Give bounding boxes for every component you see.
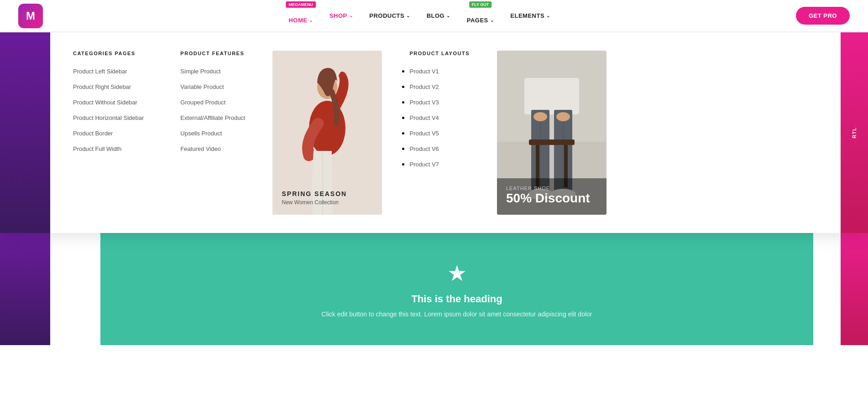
bottom-right-sidebar: [841, 233, 868, 345]
category-link-6[interactable]: Product Full Width: [73, 145, 121, 152]
star-icon: ★: [447, 260, 467, 286]
svg-point-17: [556, 112, 570, 121]
feature-link-5[interactable]: Upsells Product: [180, 130, 222, 137]
logo[interactable]: M: [18, 4, 43, 28]
svg-rect-15: [529, 140, 575, 145]
layouts-column: PRODUCT LAYOUTS Product V1 Product V2 Pr…: [391, 51, 488, 215]
list-item: Product V4: [409, 114, 470, 122]
nav-link-blog[interactable]: BLOG ⌄: [427, 12, 450, 19]
layout-link-2[interactable]: Product V2: [409, 83, 439, 90]
category-link-5[interactable]: Product Border: [73, 130, 113, 137]
nav-item-pages: FLY OUT PAGES ⌄: [467, 8, 494, 24]
list-item: Product Without Sidebar: [73, 98, 144, 106]
list-item: Product V5: [409, 129, 470, 137]
chevron-icon: ⌄: [406, 13, 410, 18]
bottom-heading: This is the heading: [411, 293, 502, 305]
chevron-icon: ⌄: [546, 13, 550, 18]
navbar: M MEGAMENU HOME ⌄ SHOP ⌄ PRODUCTS ⌄ BLOG: [0, 0, 868, 32]
category-link-3[interactable]: Product Without Sidebar: [73, 99, 137, 106]
logo-letter: M: [26, 10, 35, 22]
nav-item-blog: BLOG ⌄: [427, 12, 450, 19]
feature-link-3[interactable]: Grouped Product: [180, 99, 225, 106]
right-promo-label: LEATHER SHOE: [506, 186, 597, 191]
feature-link-6[interactable]: Featured Video: [180, 145, 221, 152]
promo-image[interactable]: SPRING SEASON New Women Collection: [272, 51, 382, 215]
chevron-icon: ⌄: [446, 13, 450, 18]
left-sidebar-decoration: [0, 32, 50, 233]
nav-item-shop: SHOP ⌄: [329, 12, 353, 19]
list-item: Simple Product: [180, 67, 245, 75]
list-item: Featured Video: [180, 145, 245, 153]
categories-title: CATEGORIES PAGES: [73, 51, 144, 56]
list-item: Upsells Product: [180, 129, 245, 137]
list-item: Product Horizontal Sidebar: [73, 114, 144, 122]
feature-link-4[interactable]: External/Affiliate Product: [180, 114, 245, 121]
chevron-icon: ⌄: [309, 18, 313, 23]
nav-link-elements[interactable]: ELEMENTS ⌄: [510, 12, 550, 19]
svg-rect-6: [524, 78, 579, 114]
list-item: Product V7: [409, 160, 470, 168]
bottom-section: ★ This is the heading Click edit button …: [100, 233, 813, 345]
nav-link-shop[interactable]: SHOP ⌄: [329, 12, 353, 19]
layout-link-7[interactable]: Product V7: [409, 161, 439, 168]
mega-menu: RTL CATEGORIES PAGES Product Left Sideba…: [0, 32, 868, 233]
chevron-icon: ⌄: [490, 18, 494, 23]
list-item: Product Full Width: [73, 145, 144, 153]
bottom-text: Click edit button to change this text. L…: [322, 310, 592, 318]
nav-item-home: MEGAMENU HOME ⌄: [288, 8, 313, 24]
layout-link-3[interactable]: Product V3: [409, 99, 439, 106]
layouts-list: Product V1 Product V2 Product V3 Product…: [409, 67, 470, 168]
nav-item-products: PRODUCTS ⌄: [369, 12, 410, 19]
list-item: External/Affiliate Product: [180, 114, 245, 122]
right-promo-image[interactable]: LEATHER SHOE 50% Discount: [497, 51, 607, 215]
bottom-left-sidebar: [0, 233, 50, 345]
list-item: Grouped Product: [180, 98, 245, 106]
promo-image-column: SPRING SEASON New Women Collection: [272, 51, 382, 215]
chevron-icon: ⌄: [349, 13, 353, 18]
list-item: Product V6: [409, 145, 470, 153]
nav-link-home[interactable]: HOME ⌄: [288, 17, 313, 24]
list-item: Product Right Sidebar: [73, 83, 144, 91]
list-item: Product Border: [73, 129, 144, 137]
layout-link-5[interactable]: Product V5: [409, 130, 439, 137]
list-item: Product V2: [409, 83, 470, 91]
layouts-title: PRODUCT LAYOUTS: [409, 51, 470, 56]
category-link-2[interactable]: Product Right Sidebar: [73, 83, 131, 90]
features-column: PRODUCT FEATURES Simple Product Variable…: [162, 51, 263, 215]
list-item: Variable Product: [180, 83, 245, 91]
list-item: Product V3: [409, 98, 470, 106]
right-sidebar-decoration: RTL: [841, 32, 868, 233]
categories-list: Product Left Sidebar Product Right Sideb…: [73, 67, 144, 153]
category-link-4[interactable]: Product Horizontal Sidebar: [73, 114, 144, 121]
promo-season-title: SPRING SEASON: [282, 190, 373, 197]
promo-text: SPRING SEASON New Women Collection: [282, 190, 373, 206]
nav-links: MEGAMENU HOME ⌄ SHOP ⌄ PRODUCTS ⌄ BLOG ⌄: [288, 8, 550, 24]
categories-column: CATEGORIES PAGES Product Left Sidebar Pr…: [55, 51, 162, 215]
rtl-label: RTL: [852, 127, 857, 138]
list-item: Product V1: [409, 67, 470, 75]
layout-link-1[interactable]: Product V1: [409, 68, 439, 75]
right-promo-discount: 50% Discount: [506, 191, 597, 206]
features-title: PRODUCT FEATURES: [180, 51, 245, 56]
nav-item-elements: ELEMENTS ⌄: [510, 12, 550, 19]
flyout-badge: FLY OUT: [469, 1, 492, 8]
get-pro-button[interactable]: GET PRO: [796, 7, 850, 25]
list-item: Product Left Sidebar: [73, 67, 144, 75]
feature-link-2[interactable]: Variable Product: [180, 83, 224, 90]
category-link-1[interactable]: Product Left Sidebar: [73, 68, 127, 75]
layout-link-6[interactable]: Product V6: [409, 145, 439, 152]
svg-point-16: [533, 112, 547, 121]
nav-link-pages[interactable]: PAGES ⌄: [467, 17, 494, 24]
nav-link-products[interactable]: PRODUCTS ⌄: [369, 12, 410, 19]
layout-link-4[interactable]: Product V4: [409, 114, 439, 121]
promo-subtitle: New Women Collection: [282, 199, 373, 206]
right-promo-column: LEATHER SHOE 50% Discount: [497, 51, 607, 215]
megamenu-badge: MEGAMENU: [286, 1, 316, 8]
right-promo-text: LEATHER SHOE 50% Discount: [506, 186, 597, 206]
feature-link-1[interactable]: Simple Product: [180, 68, 220, 75]
features-list: Simple Product Variable Product Grouped …: [180, 67, 245, 153]
